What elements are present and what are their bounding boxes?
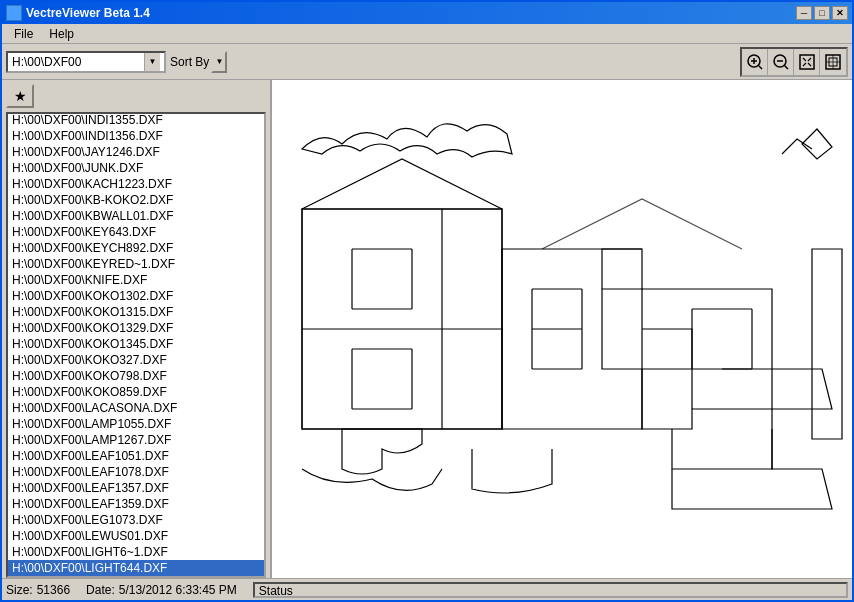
list-item[interactable]: H:\00\DXF00\KOKO1345.DXF [8,336,264,352]
list-item[interactable]: H:\00\DXF00\LEAF1078.DXF [8,464,264,480]
list-item[interactable]: H:\00\DXF00\LEAF1359.DXF [8,496,264,512]
folder-up-button[interactable]: ★ [6,84,34,108]
app-icon [6,5,22,21]
list-item[interactable]: H:\00\DXF00\KACH1223.DXF [8,176,264,192]
list-item[interactable]: H:\00\DXF00\LEAF1357.DXF [8,480,264,496]
list-item[interactable]: H:\00\DXF00\KOKO1315.DXF [8,304,264,320]
sort-dropdown-btn[interactable]: ▼ [211,51,227,73]
path-value: H:\00\DXF00 [12,55,144,69]
menu-file[interactable]: File [6,25,41,43]
path-combobox[interactable]: H:\00\DXF00 ▼ [6,51,166,73]
list-item[interactable]: H:\00\DXF00\KBWALL01.DXF [8,208,264,224]
list-item[interactable]: H:\00\DXF00\LACASONA.DXF [8,400,264,416]
svg-line-3 [758,65,762,69]
zoom-in-icon [746,53,764,71]
menu-bar: File Help [2,24,852,44]
zoom-extent-icon [824,53,842,71]
list-item[interactable]: H:\00\DXF00\LEWUS01.DXF [8,528,264,544]
list-item[interactable]: H:\00\DXF00\LEG1073.DXF [8,512,264,528]
viewer-panel [272,80,852,578]
list-item[interactable]: H:\00\DXF00\JAY1246.DXF [8,144,264,160]
svg-rect-12 [302,209,502,429]
dxf-viewer [272,80,852,578]
date-value: 5/13/2012 6:33:45 PM [119,583,237,597]
toolbar: H:\00\DXF00 ▼ Sort By ▼ [2,44,852,80]
status-date: Date: 5/13/2012 6:33:45 PM [86,583,237,597]
list-item[interactable]: H:\00\DXF00\KOKO1302.DXF [8,288,264,304]
size-label: Size: [6,583,33,597]
list-item[interactable]: H:\00\DXF00\KOKO859.DXF [8,384,264,400]
status-text: Status [255,584,293,598]
folder-btn-row: ★ [2,80,270,112]
list-item[interactable]: H:\00\DXF00\KB-KOKO2.DXF [8,192,264,208]
status-panel: Status [253,582,848,598]
window-title: VectreViewer Beta 1.4 [26,6,150,20]
maximize-button[interactable]: □ [814,6,830,20]
sort-label: Sort By [170,55,209,69]
zoom-toolbar-group [740,47,848,77]
zoom-extent-button[interactable] [820,49,846,75]
title-bar-text: VectreViewer Beta 1.4 [6,5,150,21]
list-item[interactable]: H:\00\DXF00\KOKO798.DXF [8,368,264,384]
path-bar: H:\00\DXF00 ▼ Sort By ▼ [6,51,371,73]
list-item[interactable]: H:\00\DXF00\KOKO327.DXF [8,352,264,368]
file-panel: ★ H:\00\DXF00\IFHB1044.DXFH:\00\DXF00\IN… [2,80,272,578]
list-item[interactable]: H:\00\DXF00\LIGHT6~1.DXF [8,544,264,560]
svg-rect-7 [800,55,814,69]
list-item[interactable]: H:\00\DXF00\LIGHT644.DXF [8,560,264,576]
list-item[interactable]: H:\00\DXF00\KNIFE.DXF [8,272,264,288]
content-area: ★ H:\00\DXF00\IFHB1044.DXFH:\00\DXF00\IN… [2,80,852,578]
main-window: VectreViewer Beta 1.4 ─ □ ✕ File Help H:… [0,0,854,602]
svg-line-6 [784,65,788,69]
sort-bar: Sort By ▼ [170,51,227,73]
list-item[interactable]: H:\00\DXF00\INDI1356.DXF [8,128,264,144]
zoom-out-icon [772,53,790,71]
list-item[interactable]: H:\00\DXF00\KEYRED~1.DXF [8,256,264,272]
close-button[interactable]: ✕ [832,6,848,20]
list-item[interactable]: H:\00\DXF00\LAMP1055.DXF [8,416,264,432]
zoom-fit-button[interactable] [794,49,820,75]
path-dropdown-btn[interactable]: ▼ [144,53,160,71]
list-item[interactable]: H:\00\DXF00\LEAF1051.DXF [8,448,264,464]
title-bar: VectreViewer Beta 1.4 ─ □ ✕ [2,2,852,24]
zoom-in-button[interactable] [742,49,768,75]
list-item[interactable]: H:\00\DXF00\KOKO1329.DXF [8,320,264,336]
list-item[interactable]: H:\00\DXF00\INDI1355.DXF [8,112,264,128]
list-item[interactable]: H:\00\DXF00\JUNK.DXF [8,160,264,176]
list-item[interactable]: H:\00\DXF00\LAMP1267.DXF [8,432,264,448]
minimize-button[interactable]: ─ [796,6,812,20]
title-bar-controls: ─ □ ✕ [796,6,848,20]
status-bar: Size: 51366 Date: 5/13/2012 6:33:45 PM S… [2,578,852,600]
size-value: 51366 [37,583,70,597]
date-label: Date: [86,583,115,597]
list-item[interactable]: H:\00\DXF00\KEYCH892.DXF [8,240,264,256]
list-item[interactable]: H:\00\DXF00\KEY643.DXF [8,224,264,240]
zoom-fit-icon [798,53,816,71]
status-size: Size: 51366 [6,583,70,597]
zoom-out-button[interactable] [768,49,794,75]
menu-help[interactable]: Help [41,25,82,43]
file-list[interactable]: H:\00\DXF00\IFHB1044.DXFH:\00\DXF00\INDI… [6,112,266,578]
